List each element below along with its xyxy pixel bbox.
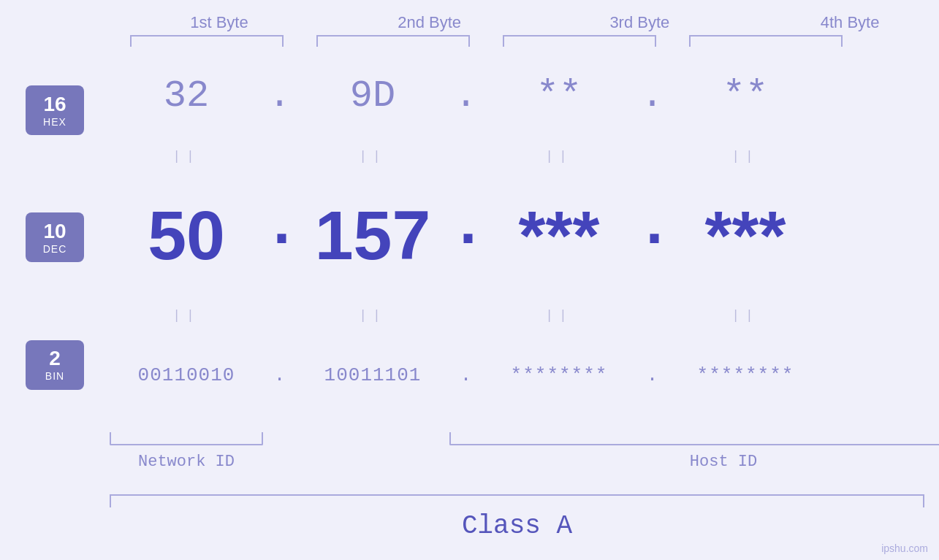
hex-row: 32 . 9D . ** . ** — [110, 47, 939, 146]
bin-dot-2: . — [449, 364, 482, 386]
badge-column: 16 HEX 10 DEC 2 BIN — [0, 47, 110, 560]
dec-dot-3: . — [636, 208, 669, 264]
eq-2-1: || — [110, 308, 263, 323]
bin-dot-3: . — [636, 364, 669, 386]
eq-1-3: || — [482, 149, 636, 164]
byte-header-1: 1st Byte — [130, 13, 308, 32]
dec-val-1: 50 — [110, 196, 263, 275]
eq-2-3: || — [482, 308, 636, 323]
bracket-byte-1 — [130, 35, 284, 47]
bottom-labels-section: Network ID Host ID Class A — [110, 425, 939, 560]
host-id-label: Host ID — [449, 453, 939, 471]
byte-header-3: 3rd Byte — [550, 13, 729, 32]
class-bracket-top — [110, 494, 924, 496]
right-content: 32 . 9D . ** . ** || || || || 50 — [110, 47, 939, 560]
eq-row-1: || || || || — [110, 146, 939, 166]
top-brackets — [0, 35, 939, 47]
dec-row: 50 . 157 . *** . *** — [110, 166, 939, 305]
middle-section: 16 HEX 10 DEC 2 BIN 32 . 9D . ** . ** — [0, 47, 939, 560]
bracket-byte-4 — [689, 35, 843, 47]
dec-dot-1: . — [263, 208, 296, 264]
eq-row-2: || || || || — [110, 305, 939, 326]
dec-val-2: 157 — [296, 196, 449, 275]
bin-row: 00110010 . 10011101 . ******** . *******… — [110, 326, 939, 425]
class-bracket-right — [923, 494, 924, 507]
byte-headers-row: 1st Byte 2nd Byte 3rd Byte 4th Byte — [0, 0, 939, 32]
eq-2-4: || — [669, 308, 822, 323]
bin-val-3: ******** — [482, 364, 636, 386]
eq-2-2: || — [296, 308, 449, 323]
hex-dot-1: . — [263, 74, 296, 118]
class-bracket-left — [110, 494, 111, 507]
hex-val-4: ** — [669, 74, 822, 118]
bin-dot-1: . — [263, 364, 296, 386]
host-id-bracket — [449, 432, 939, 445]
bin-val-2: 10011101 — [296, 364, 449, 386]
eq-1-1: || — [110, 149, 263, 164]
watermark: ipshu.com — [881, 542, 928, 554]
bracket-byte-3 — [503, 35, 656, 47]
network-id-label: Network ID — [110, 453, 263, 471]
dec-dot-2: . — [449, 208, 482, 264]
bin-val-4: ******** — [669, 364, 822, 386]
byte-header-4: 4th Byte — [761, 13, 939, 32]
class-label: Class A — [110, 511, 924, 541]
bracket-byte-2 — [316, 35, 470, 47]
network-id-bracket — [110, 432, 263, 445]
dec-val-3: *** — [482, 196, 636, 275]
bin-badge: 2 BIN — [26, 340, 84, 390]
dec-badge: 10 DEC — [26, 212, 84, 262]
hex-val-1: 32 — [110, 74, 263, 118]
byte-header-2: 2nd Byte — [341, 13, 519, 32]
hex-val-3: ** — [482, 74, 636, 118]
hex-badge: 16 HEX — [26, 85, 84, 135]
bin-val-1: 00110010 — [110, 364, 263, 386]
hex-dot-2: . — [449, 74, 482, 118]
eq-1-4: || — [669, 149, 822, 164]
page-wrapper: 1st Byte 2nd Byte 3rd Byte 4th Byte 16 H… — [0, 0, 939, 560]
eq-1-2: || — [296, 149, 449, 164]
hex-val-2: 9D — [296, 74, 449, 118]
dec-val-4: *** — [669, 196, 822, 275]
hex-dot-3: . — [636, 74, 669, 118]
